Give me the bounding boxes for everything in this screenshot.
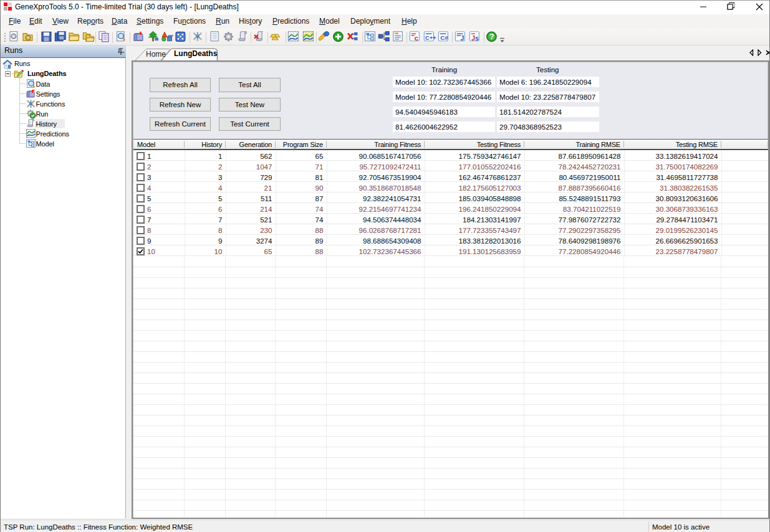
svg-text:J: J	[460, 35, 464, 42]
svg-text:C#: C#	[440, 34, 448, 41]
svg-text:?: ?	[489, 32, 494, 41]
svg-text:c: c	[415, 34, 418, 42]
svg-text:C++: C++	[425, 35, 436, 41]
svg-text:Js: Js	[471, 35, 479, 42]
